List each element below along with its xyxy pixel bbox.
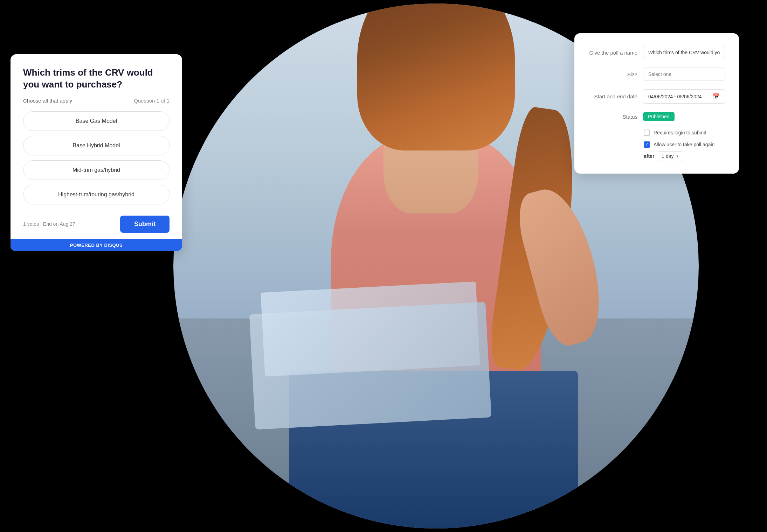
poll-meta: Choose all that apply Question 1 of 1	[23, 98, 170, 104]
date-input[interactable]: 04/06/2024 - 05/06/2024 📅	[643, 89, 725, 104]
login-label: Requires login to submit	[654, 130, 706, 135]
poll-name-input[interactable]	[643, 46, 725, 59]
poll-votes-text: 1 votes · End on Aug 27	[23, 221, 75, 227]
retake-checkbox-row: ✓ Allow user to take poll again after 1 …	[588, 141, 725, 161]
poll-card: Which trims of the CRV would you want to…	[11, 54, 182, 251]
powered-by-brand: DISQUS	[104, 243, 123, 248]
poll-option-3[interactable]: Mid-trim gas/hybrid	[23, 160, 170, 180]
powered-by-prefix: POWERED BY	[70, 243, 104, 248]
poll-option-2[interactable]: Base Hybrid Model	[23, 136, 170, 155]
size-input[interactable]	[643, 68, 725, 81]
login-checkbox[interactable]	[644, 130, 650, 136]
retake-checkbox[interactable]: ✓	[644, 141, 650, 148]
size-label: Size	[588, 71, 637, 77]
admin-card: Give the poll a name Size Start and end …	[574, 33, 739, 174]
poll-option-1[interactable]: Base Gas Model	[23, 111, 170, 131]
poll-option-4[interactable]: Highest-trim/touring gas/hybrid	[23, 185, 170, 204]
retake-label: Allow user to take poll again	[654, 142, 714, 147]
retake-interval-dropdown[interactable]: 1 day ▼	[658, 151, 683, 161]
poll-footer: 1 votes · End on Aug 27 Submit	[23, 209, 170, 239]
poll-name-row: Give the poll a name	[588, 46, 725, 59]
retake-interval-value: 1 day	[662, 153, 673, 159]
poll-question-count: Question 1 of 1	[134, 98, 170, 104]
calendar-icon: 📅	[713, 93, 720, 100]
status-row: Status Published	[588, 112, 725, 121]
date-label: Start and end date	[588, 93, 637, 99]
chevron-down-icon: ▼	[676, 154, 679, 158]
poll-options: Base Gas Model Base Hybrid Model Mid-tri…	[23, 111, 170, 204]
status-label: Status	[588, 114, 637, 120]
status-badge: Published	[643, 112, 675, 121]
powered-by-bar: POWERED BY DISQUS	[11, 239, 182, 251]
poll-name-label: Give the poll a name	[588, 50, 637, 56]
login-checkbox-row: Requires login to submit	[588, 130, 725, 136]
date-row: Start and end date 04/06/2024 - 05/06/20…	[588, 89, 725, 104]
retake-after: after	[644, 153, 654, 159]
poll-instruction: Choose all that apply	[23, 98, 72, 104]
size-row: Size	[588, 68, 725, 81]
poll-question: Which trims of the CRV would you want to…	[23, 67, 170, 91]
submit-button[interactable]: Submit	[120, 216, 170, 233]
date-value: 04/06/2024 - 05/06/2024	[648, 94, 702, 99]
